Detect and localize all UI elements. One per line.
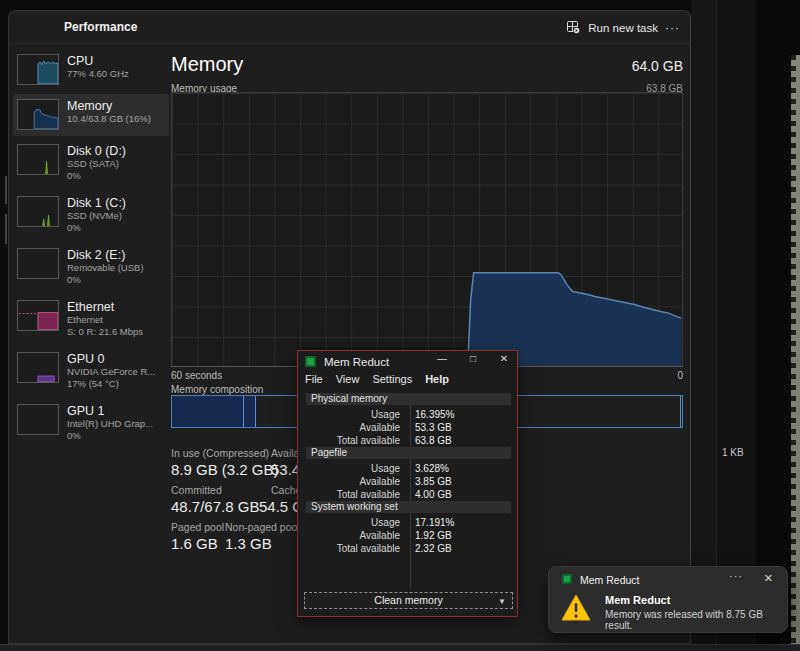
sidebar-item-title: Ethernet bbox=[67, 300, 143, 314]
clean-memory-button[interactable]: Clean memory ▼ bbox=[304, 592, 513, 609]
more-options-button[interactable]: ··· bbox=[661, 19, 684, 37]
background-window-edge bbox=[716, 0, 717, 645]
x-axis-left-label: 60 seconds bbox=[171, 370, 222, 381]
disk2-mini-graph bbox=[17, 248, 59, 279]
memory-usage-graph bbox=[171, 92, 683, 367]
sidebar-item-sub: NVIDIA GeForce R... bbox=[67, 366, 155, 378]
row-value: 17.191% bbox=[415, 517, 454, 528]
sidebar-item-disk2[interactable]: Disk 2 (E:) Removable (USB) 0% bbox=[13, 243, 169, 292]
clean-memory-label: Clean memory bbox=[374, 594, 442, 606]
row-label: Usage bbox=[298, 463, 400, 474]
row-value: 16.395% bbox=[415, 409, 454, 420]
composition-divider bbox=[255, 396, 256, 427]
sidebar-item-sub: SSD (SATA) bbox=[67, 158, 126, 170]
row-value: 3.628% bbox=[415, 463, 449, 474]
gpu1-mini-graph bbox=[17, 404, 59, 435]
stat-in-use-label: In use (Compressed) bbox=[171, 447, 269, 459]
menu-settings[interactable]: Settings bbox=[372, 373, 412, 385]
row-value: 63.8 GB bbox=[415, 435, 452, 446]
disk1-mini-graph bbox=[17, 196, 59, 227]
stat-committed-value: 48.7/67.8 GB bbox=[171, 498, 259, 515]
mem-reduct-menubar: File View Settings Help bbox=[300, 373, 449, 385]
left-scrollbar-fragment bbox=[5, 176, 7, 204]
section-system-working-set: System working set bbox=[306, 501, 511, 513]
sidebar-item-sub: Ethernet bbox=[67, 314, 143, 326]
row-value: 1.92 GB bbox=[415, 530, 452, 541]
sidebar-item-cpu[interactable]: CPU 77% 4.60 GHz bbox=[13, 49, 169, 91]
sidebar-item-title: CPU bbox=[67, 54, 129, 68]
row-label: Total available bbox=[298, 435, 400, 446]
sidebar-item-sub: 10.4/63.8 GB (16%) bbox=[67, 113, 151, 125]
warning-icon bbox=[561, 594, 591, 626]
sidebar-item-sub: 0% bbox=[67, 430, 153, 442]
run-new-task-label: Run new task bbox=[588, 22, 658, 34]
sidebar-item-sub: 17% (54 °C) bbox=[67, 378, 155, 390]
row-value: 2.32 GB bbox=[415, 543, 452, 554]
sidebar-item-title: Disk 1 (C:) bbox=[67, 196, 126, 210]
toast-title: Mem Reduct bbox=[605, 594, 670, 606]
disk0-mini-graph bbox=[17, 144, 59, 175]
minimize-button[interactable]: — bbox=[435, 353, 449, 364]
gpu0-mini-graph bbox=[17, 352, 59, 383]
toast-app-name: Mem Reduct bbox=[580, 574, 640, 586]
mem-reduct-window: Mem Reduct — □ ✕ File View Settings Help… bbox=[297, 350, 518, 617]
sidebar-item-sub: 77% 4.60 GHz bbox=[67, 68, 129, 80]
close-button[interactable]: ✕ bbox=[497, 353, 511, 364]
sidebar-item-memory[interactable]: Memory 10.4/63.8 GB (16%) bbox=[13, 94, 169, 136]
stat-nonpaged-label: Non-paged pool bbox=[225, 521, 300, 533]
composition-divider bbox=[680, 396, 681, 427]
sidebar-item-gpu1[interactable]: GPU 1 Intel(R) UHD Grap... 0% bbox=[13, 399, 169, 448]
sidebar-item-disk0[interactable]: Disk 0 (D:) SSD (SATA) 0% bbox=[13, 139, 169, 188]
sidebar-item-title: GPU 0 bbox=[67, 352, 155, 366]
maximize-button[interactable]: □ bbox=[466, 353, 480, 364]
menu-view[interactable]: View bbox=[336, 373, 360, 385]
sidebar-item-disk1[interactable]: Disk 1 (C:) SSD (NVMe) 0% bbox=[13, 191, 169, 240]
stat-available-value: 53.4 bbox=[271, 461, 300, 478]
cpu-mini-graph bbox=[17, 54, 59, 85]
sidebar-item-title: Memory bbox=[67, 99, 151, 113]
run-new-task-button[interactable]: Run new task bbox=[559, 16, 666, 39]
ethernet-mini-graph bbox=[17, 300, 59, 331]
run-new-task-icon bbox=[567, 21, 580, 34]
toast-more-button[interactable]: ··· bbox=[729, 570, 743, 582]
sidebar-item-gpu0[interactable]: GPU 0 NVIDIA GeForce R... 17% (54 °C) bbox=[13, 347, 169, 396]
performance-sidebar: CPU 77% 4.60 GHz Memory 10.4/63.8 GB (16… bbox=[13, 49, 169, 451]
row-value: 53.3 GB bbox=[415, 422, 452, 433]
section-physical-memory: Physical memory bbox=[306, 393, 511, 405]
row-value: 3.85 GB bbox=[415, 476, 452, 487]
chevron-down-icon[interactable]: ▼ bbox=[498, 594, 506, 609]
page-title: Performance bbox=[64, 20, 137, 34]
stat-paged-label: Paged pool bbox=[171, 521, 224, 533]
sidebar-item-title: Disk 2 (E:) bbox=[67, 248, 144, 262]
stat-paged-value: 1.6 GB bbox=[171, 535, 218, 552]
row-label: Usage bbox=[298, 517, 400, 528]
toast-close-icon[interactable]: ✕ bbox=[764, 572, 773, 585]
sidebar-item-sub: 0% bbox=[67, 274, 144, 286]
desktop-background bbox=[691, 0, 800, 651]
row-label: Available bbox=[298, 422, 400, 433]
mem-reduct-title: Mem Reduct bbox=[324, 356, 389, 368]
row-label: Total available bbox=[298, 489, 400, 500]
row-value: 4.00 GB bbox=[415, 489, 452, 500]
header-divider bbox=[9, 43, 690, 44]
memory-composition-label: Memory composition bbox=[171, 384, 263, 395]
sidebar-item-sub: Removable (USB) bbox=[67, 262, 144, 274]
row-label: Available bbox=[298, 530, 400, 541]
menu-help[interactable]: Help bbox=[425, 373, 449, 385]
stat-nonpaged-value: 1.3 GB bbox=[225, 535, 272, 552]
sidebar-item-title: GPU 1 bbox=[67, 404, 153, 418]
memory-page-title: Memory bbox=[171, 53, 243, 76]
memory-mini-graph bbox=[17, 99, 59, 130]
menu-file[interactable]: File bbox=[305, 373, 323, 385]
screen-edge-artifact bbox=[791, 55, 800, 651]
row-label: Available bbox=[298, 476, 400, 487]
sidebar-item-sub: Intel(R) UHD Grap... bbox=[67, 418, 153, 430]
section-pagefile: Pagefile bbox=[306, 447, 511, 459]
stat-in-use-value: 8.9 GB (3.2 GB) bbox=[171, 461, 279, 478]
mem-reduct-app-icon bbox=[305, 356, 316, 367]
notification-toast[interactable]: Mem Reduct ··· ✕ Mem Reduct Memory was r… bbox=[548, 566, 788, 633]
memory-capacity: 64.0 GB bbox=[483, 58, 683, 74]
sidebar-item-sub: 0% bbox=[67, 222, 126, 234]
taskbar-edge bbox=[0, 644, 800, 651]
sidebar-item-ethernet[interactable]: Ethernet Ethernet S: 0 R: 21.6 Mbps bbox=[13, 295, 169, 344]
